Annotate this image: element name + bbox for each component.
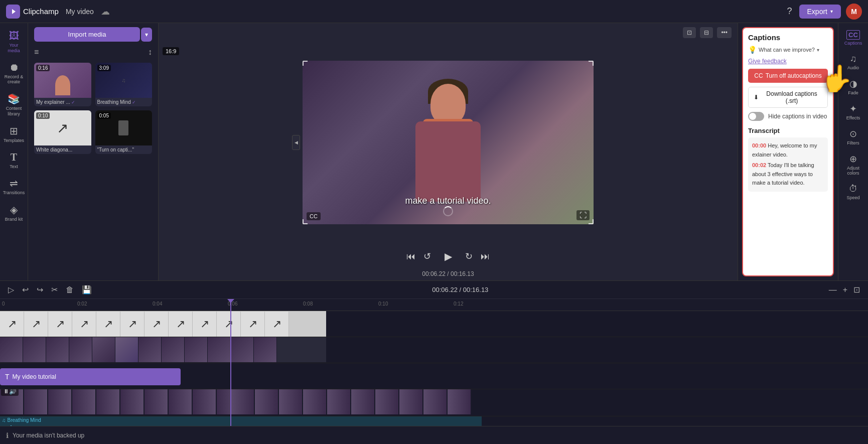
sidebar-item-text[interactable]: T Text — [2, 149, 27, 173]
undo-button[interactable]: ↩ — [20, 284, 31, 295]
arrows-track-content: ↗ ↗ ↗ ↗ ↗ ↗ ↗ ↗ ↗ ↗ ↗ ↗ — [0, 311, 868, 337]
save-button[interactable]: 💾 — [80, 284, 94, 295]
import-media-button[interactable]: Import media — [34, 27, 140, 42]
vf — [46, 337, 69, 362]
delete-button[interactable]: 🗑 — [64, 284, 76, 295]
avatar[interactable]: M — [846, 4, 862, 20]
import-dropdown-button[interactable]: ▾ — [141, 28, 152, 42]
skip-to-end-button[interactable]: ⏭ — [481, 251, 490, 262]
aspect-ratio-badge[interactable]: 16:9 — [163, 46, 179, 55]
media-label-2: Breathing Mind ✓ — [95, 98, 153, 106]
sidebar-label-content: Contentlibrary — [6, 106, 22, 117]
media-label-4: "Turn on capti..." — [95, 145, 153, 154]
chevron-feedback-icon: ▾ — [817, 47, 819, 53]
media-item-2[interactable]: ♫ 3:09 Breathing Mind ✓ — [95, 63, 153, 106]
adjust-colors-label: Adjustcolors — [847, 166, 859, 176]
cut-button[interactable]: ✂ — [49, 284, 60, 295]
record-icon: ⏺ — [9, 62, 19, 73]
sidebar-item-templates[interactable]: ⊞ Templates — [2, 122, 27, 146]
resize-button[interactable]: ⊟ — [700, 27, 713, 38]
hide-captions-toggle[interactable] — [748, 112, 764, 121]
logo: Clipchamp — [6, 5, 59, 19]
mvt-left — [0, 389, 231, 414]
timeline-toolbar: ▷ ↩ ↪ ✂ 🗑 💾 00:06.22 / 00:16.13 — + ⊡ — [0, 281, 868, 299]
crop-button[interactable]: ⊡ — [683, 27, 696, 38]
video-title[interactable]: My video — [66, 8, 94, 16]
filter-button[interactable]: ≡ — [34, 48, 39, 57]
right-sidebar-filters[interactable]: ⊙ Filters — [840, 125, 867, 149]
right-sidebar-captions[interactable]: CC Captions — [840, 27, 867, 49]
select-tool-button[interactable]: ▷ — [6, 284, 16, 295]
mvt-right — [231, 389, 472, 414]
templates-icon: ⊞ — [10, 125, 18, 137]
left-sidebar: 🖼 Your media ⏺ Record &create 📚 Contentl… — [0, 23, 28, 280]
preview-area: ⊡ ⊟ ••• 16:9 — [159, 23, 738, 280]
audio-label: Audio — [847, 65, 859, 70]
duration-badge-1: 0:16 — [36, 65, 50, 71]
ruler-tick-12: 0:12 — [454, 301, 463, 307]
zoom-out-button[interactable]: — — [827, 284, 839, 295]
mute-video-button[interactable]: ⏸🔊 — [1, 389, 19, 396]
text-track-icon: T — [5, 373, 10, 381]
transitions-icon: ⇌ — [10, 177, 18, 189]
captions-box: Captions 💡 What can we improve? ▾ Give f… — [742, 27, 834, 276]
arrow-frames[interactable]: ↗ ↗ ↗ ↗ ↗ ↗ ↗ ↗ ↗ ↗ ↗ ↗ — [0, 311, 326, 337]
skip-to-start-button[interactable]: ⏮ — [406, 251, 415, 262]
track-video-strip — [0, 337, 868, 363]
sort-button[interactable]: ↕ — [148, 48, 152, 57]
more-button[interactable]: ••• — [717, 27, 732, 38]
sidebar-item-your-media[interactable]: 🖼 Your media — [2, 27, 27, 57]
audio-track-content[interactable]: ♫ Breathing Mind — [0, 416, 868, 426]
sidebar-item-content-library[interactable]: 📚 Contentlibrary — [2, 90, 27, 120]
preview-video[interactable]: make a tutorial video. CC ⛶ — [303, 61, 594, 224]
time-display: 00:06.22 / 00:16.13 — [159, 270, 738, 280]
media-item-4[interactable]: 0:05 "Turn on capti..." — [95, 110, 153, 154]
play-button[interactable]: ▶ — [439, 247, 457, 265]
give-feedback-link[interactable]: Give feedback — [748, 58, 828, 65]
arrow-frame: ↗ — [193, 312, 217, 337]
cc-button[interactable]: CC — [307, 212, 321, 220]
right-sidebar-adjust-colors[interactable]: ⊕ Adjustcolors — [840, 151, 867, 179]
ruler-tick-8: 0:08 — [303, 301, 313, 307]
arrow-frame: ↗ — [0, 312, 24, 337]
media-item-1[interactable]: 0:16 My explainer ... ✓ — [34, 63, 91, 106]
vf — [185, 337, 208, 362]
waveform-bars — [0, 424, 482, 426]
transcript-box[interactable]: 00:00 Hey, welcome to my exlainer video.… — [748, 137, 828, 192]
zoom-in-button[interactable]: + — [841, 284, 849, 295]
rewind-button[interactable]: ↺ — [423, 251, 431, 262]
sidebar-label-your-media: Your media — [4, 43, 25, 54]
turn-off-autocaptions-button[interactable]: CC Turn off autocaptions — [748, 69, 828, 83]
right-sidebar-audio[interactable]: ♫ Audio — [840, 51, 867, 73]
right-sidebar-speed[interactable]: ⏱ Speed — [840, 181, 867, 203]
collapse-panel-button[interactable]: ◀ — [292, 135, 300, 150]
preview-video-wrapper: 16:9 — [159, 42, 738, 242]
track-text: T My video tutorial — [0, 363, 868, 389]
timeline-area: ▷ ↩ ↪ ✂ 🗑 💾 00:06.22 / 00:16.13 — + ⊡ 0 … — [0, 280, 868, 426]
export-button[interactable]: Export ▾ — [799, 5, 841, 19]
effects-icon: ✦ — [849, 103, 857, 114]
video-strip-content[interactable] — [0, 337, 868, 363]
sidebar-item-record-create[interactable]: ⏺ Record &create — [2, 59, 27, 88]
help-button[interactable]: ? — [785, 4, 794, 19]
fullscreen-button[interactable]: ⛶ — [576, 210, 590, 220]
right-sidebar-fade[interactable]: ◑ Fade — [840, 75, 867, 98]
text-track-clip[interactable]: T My video tutorial — [0, 368, 181, 385]
fit-timeline-button[interactable]: ⊡ — [851, 284, 862, 295]
media-item-3[interactable]: ↗ 0:10 White diagona... — [34, 110, 91, 154]
download-captions-button[interactable]: ⬇ Download captions (.srt) — [748, 87, 828, 108]
transcript-title: Transcript — [748, 127, 828, 134]
playhead[interactable] — [230, 299, 231, 426]
sidebar-label-brand: Brand kit — [5, 217, 23, 222]
playback-controls: ⏮ ↺ ▶ ↻ ⏭ — [159, 242, 738, 270]
sidebar-item-transitions[interactable]: ⇌ Transitions — [2, 174, 27, 199]
loading-spinner — [443, 206, 453, 216]
cc-off-icon: CC — [754, 72, 763, 79]
main-video-content[interactable]: ⏸🔊 — [0, 389, 868, 416]
sidebar-item-brand-kit[interactable]: ◈ Brand kit — [2, 201, 27, 225]
redo-button[interactable]: ↪ — [35, 284, 45, 295]
ruler-tick-10: 0:10 — [378, 301, 388, 307]
timeline-content: 0 0:02 0:04 0:06 0:08 0:10 0:12 ↗ ↗ ↗ — [0, 299, 868, 426]
right-sidebar-effects[interactable]: ✦ Effects — [840, 100, 867, 123]
forward-button[interactable]: ↻ — [465, 251, 473, 262]
